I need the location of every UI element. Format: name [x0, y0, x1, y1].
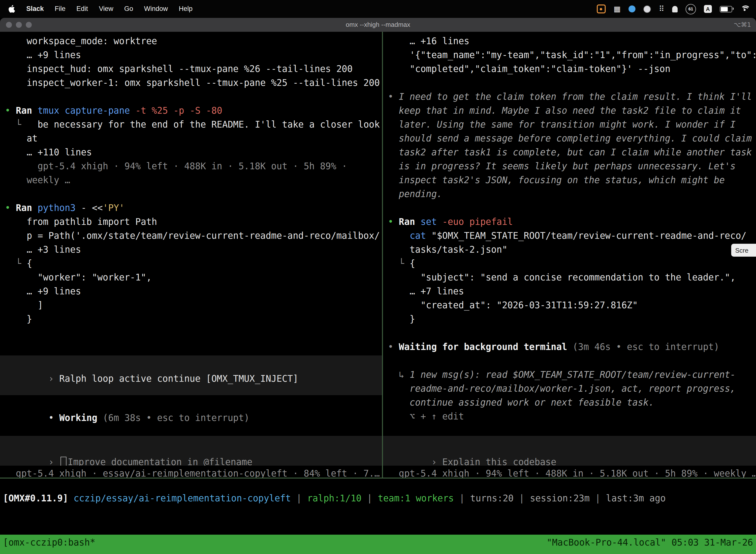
apple-menu[interactable]: [0, 5, 21, 13]
window-title-bar[interactable]: omx --xhigh --madmax ⌥⌘1: [0, 18, 756, 32]
right-prompt-input[interactable]: › Explain this codebase: [383, 436, 756, 466]
text-run: ]: [5, 300, 43, 310]
right-pane[interactable]: … +16 lines '{"team_name":"my-team","tas…: [383, 32, 756, 478]
terminal-line: └ be necessary for the end of the README…: [5, 118, 382, 131]
terminal-line: keep that in mind. Maybe I also need the…: [388, 104, 756, 118]
menu-file[interactable]: File: [49, 0, 71, 18]
dot-grid-icon[interactable]: ⠿: [659, 4, 664, 13]
screen-recording-icon[interactable]: [597, 4, 606, 13]
text-run: "$OMX_TEAM_STATE_ROOT/team/review-curren…: [431, 230, 746, 241]
text-run: 1 new msg(s): read $OMX_TEAM_STATE_ROOT/…: [410, 369, 736, 380]
terminal-line: [388, 326, 756, 340]
text-run: inspect_worker-1: omx sparkshell --tmux-…: [5, 77, 380, 88]
battery-icon[interactable]: [720, 6, 732, 12]
text-run: └: [388, 258, 410, 269]
tmux-session-window[interactable]: [omx-cczip0:bash*: [3, 537, 95, 554]
text-run: from pathlib import Path: [5, 216, 157, 227]
terminal-line: ]: [5, 298, 382, 312]
screen: Slack File Edit View Go Window Help ▦ ⠿ …: [0, 0, 756, 554]
battery-fill: [721, 7, 728, 11]
text-run: •: [388, 341, 399, 352]
left-model-status: gpt-5.4 xhigh · essay/ai-reimplementatio…: [0, 466, 382, 478]
terminal: workspace_mode: worktree … +9 lines insp…: [0, 32, 756, 535]
menu-app-name[interactable]: Slack: [21, 0, 49, 18]
text-run: -euo pipefail: [442, 216, 513, 227]
text-run: [OMX#0.11.9]: [3, 493, 68, 503]
text-run: I need to get the claim token from the c…: [399, 91, 752, 102]
text-run: last:3m ago: [606, 493, 666, 503]
text-run: Waiting for background terminal: [399, 341, 567, 352]
terminal-line: [388, 201, 756, 215]
terminal-line: "completed","claim_token":"claim-token"}…: [388, 62, 756, 76]
text-run: |: [291, 493, 307, 503]
prompt-placeholder: Explain this codebase: [442, 457, 556, 466]
battery-gauge-icon[interactable]: 61: [686, 4, 696, 14]
omx-hud-line: [OMX#0.11.9] cczip/essay/ai-reimplementa…: [0, 479, 756, 505]
text-run: |: [589, 493, 606, 503]
wifi-icon[interactable]: [740, 5, 749, 12]
battery-gauge-value: 61: [689, 6, 693, 11]
text-run: [68, 493, 74, 503]
text-run: gpt-5.4 xhigh · 94% left · 488K in · 5.1…: [5, 161, 347, 171]
text-run: -t %25 -p -S -80: [135, 105, 222, 116]
blue-app-icon[interactable]: [629, 5, 635, 12]
terminal-line: workspace_mode: worktree: [5, 34, 382, 48]
terminal-line: • Waiting for background terminal (3m 46…: [388, 340, 756, 354]
terminal-line: ⌥ + ↑ edit: [388, 409, 756, 424]
text-run: •: [388, 91, 399, 102]
text-run: [388, 230, 410, 241]
terminal-line: }: [5, 312, 382, 326]
left-notice-band: › Ralph loop active continue [OMX_TMUX_I…: [0, 355, 382, 395]
menu-window[interactable]: Window: [139, 0, 173, 18]
terminal-line: [5, 90, 382, 104]
tmux-status-bar: [omx-cczip0:bash* "MacBook-Pro-44.local"…: [0, 535, 756, 554]
text-run: be necessary for the end of the README. …: [38, 119, 380, 129]
menu-bar-status-icons: ▦ ⠿ 61 A: [597, 0, 756, 18]
chevron-icon: ›: [48, 457, 59, 466]
menu-go[interactable]: Go: [119, 0, 139, 18]
text-run: inspect task2's JSON, focusing on the st…: [388, 175, 725, 185]
terminal-line: should send a message before completing …: [388, 131, 756, 146]
text-run: cczip/essay/ai-reimplementation-copyleft: [74, 493, 291, 503]
text-run: cat: [410, 230, 432, 241]
menu-edit[interactable]: Edit: [71, 0, 93, 18]
text-run: }: [5, 314, 32, 324]
text-run: - <<: [76, 203, 103, 213]
text-cursor: [60, 457, 66, 466]
text-run: {: [27, 258, 32, 269]
left-prompt-input[interactable]: › Improve documentation in @filename: [0, 436, 382, 466]
working-bullet-icon: •: [48, 412, 59, 423]
screenshot-overlay-chip[interactable]: Scre: [731, 244, 756, 257]
terminal-line: }: [388, 312, 756, 326]
window-grid-icon[interactable]: ▦: [614, 4, 621, 13]
text-run: pending.: [388, 189, 442, 199]
terminal-line: • I need to get the claim token from the…: [388, 90, 756, 104]
window-title: omx --xhigh --madmax: [0, 18, 756, 32]
ghost-app-icon[interactable]: [672, 6, 678, 12]
terminal-line: continue assigned work or next feasible …: [388, 396, 756, 409]
terminal-line: "subject": "send a concise recommendatio…: [388, 271, 756, 284]
terminal-line: [OMX#0.11.9] cczip/essay/ai-reimplementa…: [3, 491, 756, 505]
menu-help[interactable]: Help: [173, 0, 198, 18]
terminal-line: "worker": "worker-1",: [5, 271, 382, 284]
menu-bar-menus: Slack File Edit View Go Window Help: [0, 0, 198, 18]
apple-icon: [8, 5, 15, 13]
text-run: workspace_mode: worktree: [5, 36, 157, 46]
text-run: ralph:1/10: [307, 493, 361, 503]
terminal-line: … +110 lines: [5, 146, 382, 159]
text-run: session:23m: [530, 493, 589, 503]
text-run: should send a message before completing …: [388, 133, 752, 144]
terminal-line: cat "$OMX_TEAM_STATE_ROOT/team/review-cu…: [388, 229, 756, 243]
text-run: set: [421, 216, 442, 227]
input-source-icon[interactable]: A: [704, 5, 712, 13]
round-app-icon[interactable]: [643, 5, 651, 13]
text-run: continue assigned work or next feasible …: [388, 397, 654, 407]
terminal-line: weekly …: [5, 173, 382, 187]
text-run: weekly …: [5, 175, 70, 185]
left-pane[interactable]: workspace_mode: worktree … +9 lines insp…: [0, 32, 382, 478]
text-run: task2 after task1 is complete, but can I…: [388, 147, 752, 157]
terminal-line: • Ran python3 - <<'PY': [5, 201, 382, 215]
text-run: Ran: [16, 105, 38, 116]
working-label: Working: [59, 412, 97, 423]
menu-view[interactable]: View: [93, 0, 119, 18]
